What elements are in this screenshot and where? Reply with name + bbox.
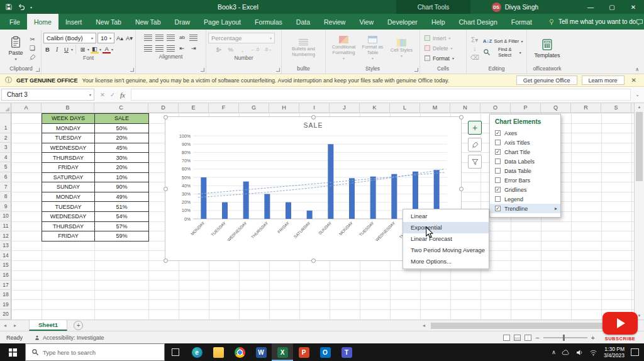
align-top-icon[interactable] xyxy=(144,35,152,41)
font-name-combo[interactable]: Calibri (Body)▾ xyxy=(43,33,96,43)
taskbar-clock[interactable]: 1:30 PM 3/4/2023 xyxy=(604,346,625,358)
borders-icon[interactable]: ⊞ xyxy=(79,45,87,54)
align-left-icon[interactable] xyxy=(144,45,152,52)
table-cell[interactable]: TUESDAY xyxy=(42,133,95,143)
column-header-N[interactable]: N xyxy=(450,103,480,113)
row-header-10[interactable]: 10 xyxy=(0,211,11,221)
name-box-dropdown-icon[interactable]: ▾ xyxy=(89,92,91,97)
excel-icon[interactable]: X xyxy=(272,343,293,361)
column-header-F[interactable]: F xyxy=(209,103,239,113)
paste-button[interactable]: Paste▾ xyxy=(6,35,25,62)
row-header-12[interactable]: 12 xyxy=(0,231,11,242)
cell-styles-button[interactable]: Cell Styles▾ xyxy=(387,39,416,58)
checkbox-checked-icon[interactable]: ✓ xyxy=(495,206,501,211)
chart-filters-button[interactable] xyxy=(468,155,482,169)
cloud-icon[interactable] xyxy=(562,348,570,357)
checkbox-unchecked-icon[interactable] xyxy=(495,196,501,202)
table-cell[interactable]: 20% xyxy=(95,133,149,143)
column-header-J[interactable]: J xyxy=(330,103,360,113)
row-header-8[interactable]: 8 xyxy=(0,192,11,202)
italic-button[interactable]: I xyxy=(53,45,61,54)
checkbox-checked-icon[interactable]: ✓ xyxy=(495,149,501,155)
chart-element-legend[interactable]: Legend xyxy=(490,194,560,204)
chart-element-gridlines[interactable]: ✓Gridlines xyxy=(490,185,560,194)
number-format-combo[interactable]: Percentage▾ xyxy=(208,33,275,43)
subscribe-overlay[interactable]: SUBSCRIBE xyxy=(597,312,643,342)
cut-icon[interactable]: ✂ xyxy=(29,36,36,43)
copy-icon[interactable]: ❏ xyxy=(29,45,36,52)
ribbon-tab-review[interactable]: Review xyxy=(317,14,352,30)
dialog-launcher-icon[interactable] xyxy=(201,68,204,72)
table-cell[interactable]: FRIDAY xyxy=(42,163,95,173)
table-cell[interactable]: WEDNESDAY xyxy=(42,143,95,153)
minimize-button[interactable]: — xyxy=(580,0,601,14)
table-cell[interactable]: SATURDAY xyxy=(42,173,95,183)
chart-resize-handle[interactable] xyxy=(311,115,316,119)
start-button[interactable] xyxy=(0,343,25,361)
checkbox-checked-icon[interactable]: ✓ xyxy=(495,187,501,192)
dialog-launcher-icon[interactable] xyxy=(130,68,134,72)
table-cell[interactable]: 90% xyxy=(95,182,149,192)
sheet-nav-left-icon[interactable]: ◂ xyxy=(0,323,10,328)
ribbon-tab-chart-design[interactable]: Chart Design xyxy=(452,14,504,30)
table-cell[interactable]: WEDNESDAY xyxy=(42,212,95,222)
warning-close-icon[interactable]: ✕ xyxy=(629,77,639,84)
table-cell[interactable]: THURSDAY xyxy=(42,222,95,232)
save-icon[interactable] xyxy=(5,3,13,11)
decrease-decimal-icon[interactable]: .0→ xyxy=(264,45,273,54)
table-cell[interactable]: THURSDAY xyxy=(42,153,95,163)
row-header-19[interactable]: 19 xyxy=(0,300,11,310)
table-cell[interactable]: 54% xyxy=(95,212,149,222)
column-header-I[interactable]: I xyxy=(299,103,330,113)
column-header-K[interactable]: K xyxy=(360,103,390,113)
chart-element-error-bars[interactable]: Error Bars xyxy=(490,175,560,185)
align-middle-icon[interactable] xyxy=(155,35,164,41)
chrome-icon[interactable] xyxy=(229,343,250,361)
row-header-20[interactable]: 20 xyxy=(0,309,11,319)
clear-icon[interactable]: ⌫ xyxy=(470,54,479,61)
table-cell[interactable]: FRIDAY xyxy=(42,231,95,242)
formula-bar-expand-icon[interactable]: ⌄ xyxy=(631,92,644,97)
quick-access-dropdown-icon[interactable]: ▾ xyxy=(30,5,32,9)
delete-cells-button[interactable]: Delete▾ xyxy=(422,43,464,53)
checkbox-unchecked-icon[interactable] xyxy=(495,140,501,145)
formula-input[interactable] xyxy=(131,89,631,101)
fill-color-icon[interactable]: ◧ xyxy=(91,45,99,53)
table-header-cell[interactable]: SALE xyxy=(95,114,149,124)
row-header-6[interactable]: 6 xyxy=(0,172,11,182)
menu-item-linear-forecast[interactable]: Linear Forecast xyxy=(403,233,489,245)
format-as-table-button[interactable]: Format as Table▾ xyxy=(358,36,387,60)
checkbox-unchecked-icon[interactable] xyxy=(495,158,501,164)
close-button[interactable]: ✕ xyxy=(623,0,644,14)
column-header-A[interactable]: A xyxy=(11,103,42,113)
align-center-icon[interactable] xyxy=(155,45,164,52)
fill-icon[interactable]: ↓ xyxy=(470,45,479,52)
ribbon-tab-developer[interactable]: Developer xyxy=(380,14,425,30)
row-header-5[interactable]: 5 xyxy=(0,162,11,172)
youtube-play-button[interactable] xyxy=(602,312,638,335)
table-cell[interactable]: 10% xyxy=(95,173,149,183)
dialog-launcher-icon[interactable] xyxy=(276,68,280,72)
row-header-9[interactable]: 9 xyxy=(0,202,11,212)
row-header-4[interactable]: 4 xyxy=(0,153,11,163)
autosum-icon[interactable]: Σ▾ xyxy=(470,36,479,43)
row-header-11[interactable]: 11 xyxy=(0,221,11,231)
ribbon-tab-draw[interactable]: Draw xyxy=(168,14,197,30)
orientation-icon[interactable]: ab xyxy=(178,33,186,42)
ribbon-tab-help[interactable]: Help xyxy=(425,14,452,30)
chart-resize-handle[interactable] xyxy=(164,115,168,119)
table-cell[interactable]: 50% xyxy=(95,124,149,134)
column-header-Q[interactable]: Q xyxy=(541,103,571,113)
tell-me-box[interactable]: Tell me what you want to do xyxy=(548,14,636,30)
row-header-16[interactable]: 16 xyxy=(0,270,11,280)
row-header-2[interactable]: 2 xyxy=(0,133,11,143)
format-painter-icon[interactable] xyxy=(29,53,36,61)
increase-indent-icon[interactable]: ⇥ xyxy=(189,43,197,53)
table-cell[interactable]: 30% xyxy=(95,153,149,163)
insert-cells-button[interactable]: Insert▾ xyxy=(422,33,464,43)
table-cell[interactable]: 49% xyxy=(95,192,149,203)
table-cell[interactable]: 51% xyxy=(95,202,149,212)
chart-resize-handle[interactable] xyxy=(164,187,168,191)
column-header-M[interactable]: M xyxy=(420,103,450,113)
page-break-view-icon[interactable] xyxy=(525,335,531,341)
